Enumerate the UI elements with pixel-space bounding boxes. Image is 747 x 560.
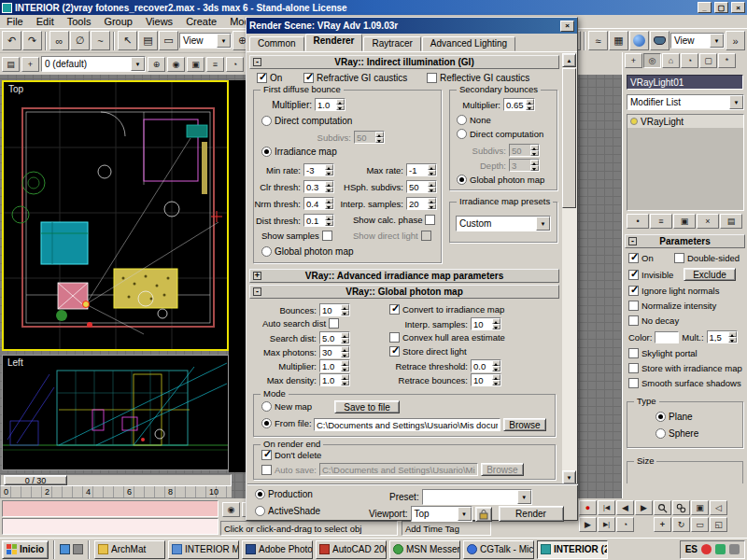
previous-frame-icon[interactable]: ◀ [616,500,634,515]
dialog-close-button[interactable]: × [560,21,574,32]
dist-thresh-field[interactable]: 0.1 [303,214,334,227]
add-selection-to-layer-icon[interactable]: ⊕ [148,57,165,72]
configure-modifier-sets-icon[interactable]: ▤ [720,214,742,229]
retrace-bounces-field[interactable]: 10 [471,373,501,386]
schematic-view-icon[interactable]: ▦ [609,31,628,50]
viewport-top-label[interactable]: Top [8,84,23,94]
set-key-icon[interactable]: ● [579,500,597,515]
show-samples-checkbox[interactable] [322,231,332,241]
new-layer-icon[interactable]: + [21,57,39,72]
convex-hull-checkbox[interactable] [389,332,400,343]
time-slider-handle[interactable]: 0 / 30 [4,475,67,485]
interp-samples-field[interactable]: 20 [406,197,437,210]
exclude-button[interactable]: Exclude [684,268,736,281]
dialog-scrollbar[interactable]: ▲ ▼ [562,53,577,484]
store-irradiance-checkbox[interactable] [628,363,639,373]
maxscript-listener-white[interactable] [2,518,218,535]
bind-spacewarp-icon[interactable]: ~ [91,31,110,50]
search-dist-field[interactable]: 5.0 [319,331,350,344]
tab-raytracer[interactable]: Raytracer [363,36,420,51]
unlink-icon[interactable]: ∅ [70,31,90,50]
menu-edit[interactable]: Edit [30,16,61,27]
taskbar-button-autocad[interactable]: AutoCAD 2005... [316,540,387,559]
from-file-radio[interactable] [261,418,272,428]
invisible-checkbox[interactable] [628,270,639,280]
hide-layer-icon[interactable]: ◔ [226,57,244,72]
menu-file[interactable]: File [0,16,30,27]
tab-common[interactable]: Common [249,36,304,51]
min-rate-field[interactable]: -3 [303,163,334,176]
modifier-stack[interactable]: VRayLight [627,114,744,211]
maximize-button[interactable]: ▢ [714,2,728,13]
sec-direct-radio[interactable] [457,129,467,139]
object-name-field[interactable]: VRayLight01 [627,75,743,90]
type-plane-radio[interactable] [655,412,666,422]
taskbar-button-interior-max[interactable]: INTERIOR MAX... [168,540,239,559]
select-objects-in-layer-icon[interactable]: ◉ [167,57,185,72]
tab-advanced-lighting[interactable]: Advanced Lighting [422,36,515,51]
hierarchy-tab-icon[interactable]: ⌂ [662,53,680,68]
photon-map-rollout-header[interactable]: VRay:: Global photon map [249,285,559,299]
refractive-caustics-checkbox[interactable] [303,73,314,83]
remove-modifier-icon[interactable]: × [697,214,719,229]
motion-tab-icon[interactable]: ◔ [681,53,698,68]
hsph-subdivs-field[interactable]: 50 [406,180,437,193]
auto-search-checkbox[interactable] [329,318,339,329]
convert-irradiance-checkbox[interactable] [389,304,400,315]
max-photons-field[interactable]: 30 [319,345,350,358]
irradiance-preset-dropdown[interactable]: Custom▼ [456,216,551,231]
render-button[interactable]: Render [499,506,564,522]
viewport-left-label[interactable]: Left [7,357,23,368]
viewport-left[interactable]: Left [2,355,229,470]
render-type-dropdown[interactable]: View ▼ [670,33,725,49]
retrace-threshold-field[interactable]: 0.0 [471,359,501,372]
modify-tab-icon[interactable]: ◎ [643,53,661,68]
tray-icon[interactable] [729,544,740,554]
skylight-portal-checkbox[interactable] [628,348,639,358]
light-color-swatch[interactable] [655,331,679,343]
quick-launch-icon[interactable] [60,544,70,554]
expand-icon[interactable] [253,272,261,280]
chevron-down-icon[interactable]: ▼ [131,57,145,71]
ph-multiplier-field[interactable]: 1.0 [319,359,350,372]
zoom-icon[interactable] [654,500,671,515]
redo-icon[interactable]: ↷ [22,31,42,50]
curve-editor-icon[interactable]: ≈ [588,31,608,50]
reflective-caustics-checkbox[interactable] [427,73,437,83]
gi-rollout-header[interactable]: VRay:: Indirect illumination (GI) [249,55,559,69]
taskbar-button-archmat[interactable]: ArchMat [94,540,165,559]
preset-dropdown[interactable]: ▼ [422,489,532,505]
tray-icon[interactable] [715,544,726,554]
start-button[interactable]: Inicio [2,540,49,559]
collapse-icon[interactable] [253,58,261,66]
quick-launch-icon[interactable] [73,544,83,554]
ignore-normals-checkbox[interactable] [628,286,639,296]
save-to-file-button[interactable]: Save to file [334,400,400,413]
on-checkbox[interactable] [628,253,639,263]
dialog-title-bar[interactable]: Render Scene: VRay Adv 1.09.03r × [247,18,577,34]
utilities-tab-icon[interactable]: * [718,53,736,68]
clr-thresh-field[interactable]: 0.3 [303,180,334,193]
store-direct-checkbox[interactable] [389,346,400,357]
stack-item-vraylight[interactable]: VRayLight [627,115,743,128]
create-tab-icon[interactable]: + [625,53,642,68]
scrollbar-thumb[interactable] [562,68,576,208]
field-of-view-icon[interactable]: ◁ [710,500,727,515]
new-map-radio[interactable] [261,401,272,412]
nrm-thresh-field[interactable]: 0.4 [303,197,334,210]
min-max-toggle-icon[interactable]: ◱ [710,517,727,532]
next-frame-icon[interactable]: ▶ [579,517,597,532]
sec-multiplier-field[interactable]: 0.65 [503,98,535,111]
viewport-top[interactable]: Top [2,80,229,351]
zoom-extents-icon[interactable]: ▣ [691,500,709,515]
render-scene-icon[interactable] [650,31,669,50]
max-density-field[interactable]: 1.0 [319,373,350,386]
time-slider-track[interactable]: 0 / 30 [0,474,232,486]
collapse-icon[interactable] [253,287,261,296]
menu-group[interactable]: Group [97,16,139,27]
set-current-layer-icon[interactable]: ▣ [187,57,204,72]
link-icon[interactable]: ∞ [49,31,69,50]
show-calc-checkbox[interactable] [425,215,435,225]
multiplier-field[interactable]: 1.0 [315,98,345,111]
selection-region-icon[interactable]: ▭ [159,31,178,50]
